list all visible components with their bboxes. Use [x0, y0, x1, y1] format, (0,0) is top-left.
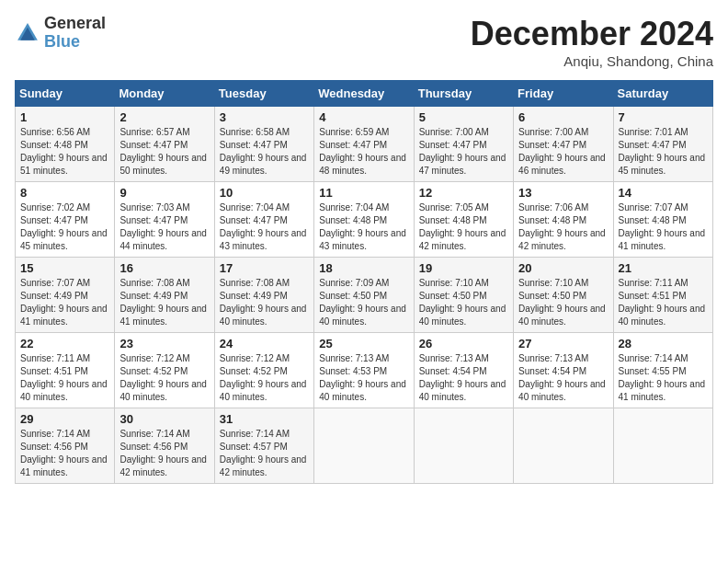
day-info: Sunrise: 7:02 AMSunset: 4:47 PMDaylight:… — [20, 201, 109, 253]
day-info: Sunrise: 7:10 AMSunset: 4:50 PMDaylight:… — [518, 277, 608, 328]
day-number: 6 — [518, 110, 608, 124]
calendar-cell: 27Sunrise: 7:13 AMSunset: 4:54 PMDayligh… — [514, 333, 613, 408]
day-number: 23 — [119, 337, 209, 350]
day-info: Sunrise: 7:07 AMSunset: 4:48 PMDaylight:… — [619, 201, 708, 253]
day-info: Sunrise: 7:14 AMSunset: 4:56 PMDaylight:… — [20, 428, 109, 479]
page-header: General Blue December 2024 Anqiu, Shando… — [15, 15, 713, 69]
day-number: 1 — [20, 110, 109, 124]
calendar-cell: 19Sunrise: 7:10 AMSunset: 4:50 PMDayligh… — [414, 258, 513, 333]
day-info: Sunrise: 7:13 AMSunset: 4:54 PMDaylight:… — [419, 352, 508, 404]
calendar-cell: 25Sunrise: 7:13 AMSunset: 4:53 PMDayligh… — [314, 333, 414, 408]
calendar-cell: 1Sunrise: 6:56 AMSunset: 4:48 PMDaylight… — [16, 107, 115, 182]
calendar-table: SundayMondayTuesdayWednesdayThursdayFrid… — [15, 80, 713, 484]
day-number: 19 — [419, 261, 508, 275]
calendar-cell: 29Sunrise: 7:14 AMSunset: 4:56 PMDayligh… — [16, 408, 115, 484]
title-block: December 2024 Anqiu, Shandong, China — [471, 15, 713, 69]
calendar-cell: 21Sunrise: 7:11 AMSunset: 4:51 PMDayligh… — [613, 258, 712, 333]
calendar-cell: 2Sunrise: 6:57 AMSunset: 4:47 PMDaylight… — [115, 107, 214, 182]
day-number: 25 — [319, 337, 408, 350]
weekday-header: Saturday — [613, 81, 712, 107]
day-number: 8 — [20, 186, 109, 200]
calendar-cell: 13Sunrise: 7:06 AMSunset: 4:48 PMDayligh… — [514, 182, 613, 258]
weekday-header: Wednesday — [314, 81, 414, 107]
day-number: 16 — [119, 261, 209, 275]
day-info: Sunrise: 7:11 AMSunset: 4:51 PMDaylight:… — [20, 352, 109, 404]
weekday-header: Tuesday — [214, 81, 313, 107]
calendar-week-row: 1Sunrise: 6:56 AMSunset: 4:48 PMDaylight… — [16, 107, 713, 182]
day-number: 31 — [220, 412, 309, 426]
calendar-week-row: 8Sunrise: 7:02 AMSunset: 4:47 PMDaylight… — [16, 182, 713, 258]
day-info: Sunrise: 7:13 AMSunset: 4:53 PMDaylight:… — [319, 352, 408, 404]
day-number: 30 — [119, 412, 209, 426]
calendar-cell: 30Sunrise: 7:14 AMSunset: 4:56 PMDayligh… — [115, 408, 214, 484]
day-number: 20 — [518, 261, 608, 275]
day-info: Sunrise: 7:14 AMSunset: 4:55 PMDaylight:… — [619, 352, 708, 404]
calendar-cell: 5Sunrise: 7:00 AMSunset: 4:47 PMDaylight… — [414, 107, 513, 182]
logo-text: General Blue — [44, 15, 106, 52]
day-info: Sunrise: 7:08 AMSunset: 4:49 PMDaylight:… — [220, 277, 309, 328]
calendar-cell: 18Sunrise: 7:09 AMSunset: 4:50 PMDayligh… — [314, 258, 414, 333]
day-info: Sunrise: 7:06 AMSunset: 4:48 PMDaylight:… — [518, 201, 608, 253]
weekday-header: Monday — [115, 81, 214, 107]
calendar-cell: 22Sunrise: 7:11 AMSunset: 4:51 PMDayligh… — [16, 333, 115, 408]
calendar-cell: 7Sunrise: 7:01 AMSunset: 4:47 PMDaylight… — [613, 107, 712, 182]
day-info: Sunrise: 7:04 AMSunset: 4:48 PMDaylight:… — [319, 201, 408, 253]
calendar-cell: 9Sunrise: 7:03 AMSunset: 4:47 PMDaylight… — [115, 182, 214, 258]
day-number: 26 — [419, 337, 508, 350]
month-title: December 2024 — [471, 15, 713, 53]
day-number: 24 — [220, 337, 309, 350]
day-info: Sunrise: 6:59 AMSunset: 4:47 PMDaylight:… — [319, 126, 408, 178]
location-subtitle: Anqiu, Shandong, China — [471, 53, 713, 69]
day-info: Sunrise: 7:07 AMSunset: 4:49 PMDaylight:… — [20, 277, 109, 328]
day-number: 18 — [319, 261, 408, 275]
calendar-cell: 17Sunrise: 7:08 AMSunset: 4:49 PMDayligh… — [214, 258, 313, 333]
calendar-cell: 31Sunrise: 7:14 AMSunset: 4:57 PMDayligh… — [214, 408, 313, 484]
day-info: Sunrise: 7:14 AMSunset: 4:57 PMDaylight:… — [220, 428, 309, 479]
calendar-cell — [414, 408, 513, 484]
logo: General Blue — [15, 15, 106, 52]
calendar-week-row: 29Sunrise: 7:14 AMSunset: 4:56 PMDayligh… — [16, 408, 713, 484]
day-number: 4 — [319, 110, 408, 124]
day-info: Sunrise: 7:10 AMSunset: 4:50 PMDaylight:… — [419, 277, 508, 328]
day-number: 10 — [220, 186, 309, 200]
day-number: 15 — [20, 261, 109, 275]
calendar-cell: 10Sunrise: 7:04 AMSunset: 4:47 PMDayligh… — [214, 182, 313, 258]
day-info: Sunrise: 7:04 AMSunset: 4:47 PMDaylight:… — [220, 201, 309, 253]
day-info: Sunrise: 7:00 AMSunset: 4:47 PMDaylight:… — [419, 126, 508, 178]
calendar-cell: 24Sunrise: 7:12 AMSunset: 4:52 PMDayligh… — [214, 333, 313, 408]
day-info: Sunrise: 7:14 AMSunset: 4:56 PMDaylight:… — [119, 428, 209, 479]
day-info: Sunrise: 7:11 AMSunset: 4:51 PMDaylight:… — [619, 277, 708, 328]
calendar-cell — [314, 408, 414, 484]
calendar-cell: 11Sunrise: 7:04 AMSunset: 4:48 PMDayligh… — [314, 182, 414, 258]
day-number: 7 — [619, 110, 708, 124]
day-number: 11 — [319, 186, 408, 200]
day-number: 13 — [518, 186, 608, 200]
logo-icon — [15, 20, 40, 46]
day-info: Sunrise: 7:00 AMSunset: 4:47 PMDaylight:… — [518, 126, 608, 178]
day-info: Sunrise: 6:56 AMSunset: 4:48 PMDaylight:… — [20, 126, 109, 178]
calendar-cell: 14Sunrise: 7:07 AMSunset: 4:48 PMDayligh… — [613, 182, 712, 258]
day-info: Sunrise: 6:57 AMSunset: 4:47 PMDaylight:… — [119, 126, 209, 178]
calendar-cell: 16Sunrise: 7:08 AMSunset: 4:49 PMDayligh… — [115, 258, 214, 333]
day-info: Sunrise: 6:58 AMSunset: 4:47 PMDaylight:… — [220, 126, 309, 178]
calendar-cell: 28Sunrise: 7:14 AMSunset: 4:55 PMDayligh… — [613, 333, 712, 408]
day-info: Sunrise: 7:03 AMSunset: 4:47 PMDaylight:… — [119, 201, 209, 253]
day-number: 28 — [619, 337, 708, 350]
weekday-header: Thursday — [414, 81, 513, 107]
calendar-cell: 3Sunrise: 6:58 AMSunset: 4:47 PMDaylight… — [214, 107, 313, 182]
weekday-header: Sunday — [16, 81, 115, 107]
day-info: Sunrise: 7:12 AMSunset: 4:52 PMDaylight:… — [119, 352, 209, 404]
calendar-cell: 15Sunrise: 7:07 AMSunset: 4:49 PMDayligh… — [16, 258, 115, 333]
day-info: Sunrise: 7:01 AMSunset: 4:47 PMDaylight:… — [619, 126, 708, 178]
day-info: Sunrise: 7:08 AMSunset: 4:49 PMDaylight:… — [119, 277, 209, 328]
day-number: 29 — [20, 412, 109, 426]
day-number: 17 — [220, 261, 309, 275]
calendar-cell: 20Sunrise: 7:10 AMSunset: 4:50 PMDayligh… — [514, 258, 613, 333]
calendar-cell — [514, 408, 613, 484]
day-info: Sunrise: 7:12 AMSunset: 4:52 PMDaylight:… — [220, 352, 309, 404]
day-number: 14 — [619, 186, 708, 200]
day-info: Sunrise: 7:09 AMSunset: 4:50 PMDaylight:… — [319, 277, 408, 328]
day-number: 22 — [20, 337, 109, 350]
calendar-cell: 12Sunrise: 7:05 AMSunset: 4:48 PMDayligh… — [414, 182, 513, 258]
day-number: 5 — [419, 110, 508, 124]
